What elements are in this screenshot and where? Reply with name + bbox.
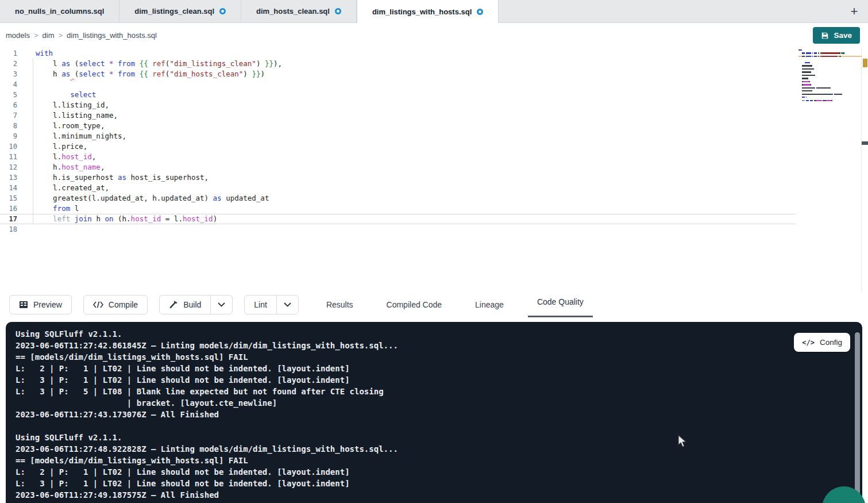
tab-dim_listings_with_hosts.sql[interactable]: dim_listings_with_hosts.sql [357, 0, 499, 23]
save-button[interactable]: Save [813, 27, 860, 44]
minimap-seg [798, 49, 802, 51]
code-line[interactable]: l.listing_id, [36, 100, 786, 110]
code-line[interactable]: with [36, 48, 786, 59]
lint-dropdown-caret[interactable] [276, 295, 298, 314]
minimap-seg [809, 81, 809, 82]
preview-button-main[interactable]: Preview [10, 295, 71, 314]
line-number: 1 [0, 48, 23, 59]
tab-dim_listings_clean.sql[interactable]: dim_listings_clean.sql [119, 0, 241, 22]
code-line[interactable] [36, 224, 786, 235]
line-number: 16 [0, 203, 23, 214]
panel-tab-code-quality[interactable]: Code Quality [534, 292, 587, 317]
overview-ruler[interactable] [862, 47, 868, 292]
terminal-line: L: 2 | P: 1 | LT02 | Line should not be … [16, 466, 398, 478]
minimap-line [798, 97, 862, 98]
code-editor[interactable]: 123456789101112131415161718 with l as (s… [0, 47, 868, 292]
minimap-seg [807, 56, 811, 57]
save-button-label: Save [834, 31, 852, 40]
compile-button-main[interactable]: Compile [84, 295, 147, 314]
minimap-line [798, 75, 862, 76]
config-button[interactable]: </> Config [794, 333, 850, 352]
code-line[interactable]: select [36, 90, 786, 100]
code-line[interactable]: l as (select * from {{ ref("dim_listings… [36, 59, 786, 69]
terminal-line [16, 420, 398, 432]
hammer-icon [169, 300, 178, 309]
terminal-line: 2023-06-06T11:27:43.173076Z — All Finish… [16, 409, 398, 420]
tab-label: no_nulls_in_columns.sql [15, 7, 104, 16]
breadcrumb-bar: models>dim>dim_listings_with_hosts.sql S… [0, 24, 868, 47]
minimap-seg [806, 97, 807, 98]
minimap-seg [803, 84, 811, 85]
code-line[interactable]: h as (select * from {{ ref("dim_hosts_cl… [36, 69, 786, 79]
table-icon [19, 300, 28, 309]
line-number: 15 [0, 193, 23, 203]
minimap-line [798, 71, 862, 72]
terminal-line: L: 3 | P: 1 | LT02 | Line should not be … [16, 374, 398, 386]
editor-tabbar: no_nulls_in_columns.sqldim_listings_clea… [0, 0, 868, 23]
terminal-line: 2023-06-06T11:27:48.922828Z — Linting mo… [16, 443, 398, 455]
terminal-line: L: 3 | P: 5 | LT08 | Blank line expected… [16, 386, 398, 397]
panel-tab-results[interactable]: Results [323, 292, 357, 317]
code-line[interactable]: l.minimum_nights, [36, 131, 786, 141]
build-button-label: Build [183, 300, 201, 309]
editor-body: 123456789101112131415161718 with l as (s… [0, 47, 862, 292]
unsaved-dot-icon[interactable] [219, 8, 226, 14]
code-line[interactable]: l.host_id, [36, 152, 786, 162]
breadcrumb-item[interactable]: models [6, 31, 30, 40]
line-number: 13 [0, 172, 23, 183]
panel-tab-lineage[interactable]: Lineage [472, 292, 507, 317]
unsaved-dot-icon[interactable] [477, 9, 483, 15]
code-line[interactable]: greatest(l.updated_at, h.updated_at) as … [36, 193, 786, 203]
code-line[interactable]: l.price, [36, 141, 786, 152]
minimap-line [798, 68, 862, 70]
build-dropdown-caret[interactable] [210, 295, 232, 314]
tab-dim_hosts_clean.sql[interactable]: dim_hosts_clean.sql [241, 0, 357, 22]
lint-button-main[interactable]: Lint [245, 295, 276, 314]
minimap-seg [802, 75, 816, 76]
line-number: 17 [0, 214, 23, 224]
code-line[interactable] [36, 79, 786, 90]
terminal-line: == [models/dim/dim_listings_with_hosts.s… [16, 351, 398, 363]
minimap[interactable] [798, 49, 862, 106]
code-icon: </> [802, 339, 815, 347]
line-number: 12 [0, 162, 23, 172]
chevron-down-icon [284, 302, 291, 307]
code-quality-terminal: Using SQLFluff v2.1.1.2023-06-06T11:27:4… [6, 322, 862, 503]
breadcrumb: models>dim>dim_listings_with_hosts.sql [6, 24, 157, 47]
terminal-scrollbar-thumb[interactable] [855, 332, 860, 499]
code-line[interactable]: l.room_type, [36, 121, 786, 131]
terminal-line: 2023-06-06T11:27:42.861845Z — Linting mo… [16, 340, 398, 351]
line-number: 2 [0, 59, 23, 69]
line-number: 3 [0, 69, 23, 79]
line-number: 6 [0, 100, 23, 110]
code-line[interactable]: h.host_name, [36, 162, 786, 172]
code-line[interactable]: from l [36, 203, 786, 214]
line-number: 11 [0, 152, 23, 162]
code-content[interactable]: with l as (select * from {{ ref("dim_lis… [36, 48, 786, 235]
panel-tab-compiled-code[interactable]: Compiled Code [383, 292, 446, 317]
panel-tabs: ResultsCompiled CodeLineageCode Quality [323, 292, 587, 317]
tab-no_nulls_in_columns.sql[interactable]: no_nulls_in_columns.sql [0, 0, 119, 22]
line-number: 7 [0, 110, 23, 121]
breadcrumb-item[interactable]: dim_listings_with_hosts.sql [67, 31, 157, 40]
minimap-seg [834, 94, 842, 95]
minimap-seg [802, 78, 808, 79]
code-line[interactable]: l.created_at, [36, 183, 786, 193]
code-line[interactable]: left join h on (h.host_id = l.host_id) [36, 214, 786, 224]
build-button-main[interactable]: Build [160, 295, 210, 314]
line-number: 8 [0, 121, 23, 131]
code-line[interactable]: l.listing_name, [36, 110, 786, 121]
terminal-output: Using SQLFluff v2.1.1.2023-06-06T11:27:4… [16, 328, 398, 501]
minimap-line [798, 56, 862, 57]
code-line[interactable]: h.is_superhost as host_is_superhost, [36, 172, 786, 183]
build-button: Build [159, 295, 233, 314]
breadcrumb-item[interactable]: dim [43, 31, 55, 40]
minimap-seg [840, 56, 841, 57]
new-tab-button[interactable]: + [844, 0, 865, 23]
minimap-gap [798, 62, 805, 63]
line-number-gutter: 123456789101112131415161718 [0, 48, 23, 235]
minimap-line [798, 94, 862, 95]
unsaved-dot-icon[interactable] [335, 8, 341, 14]
save-icon [821, 32, 829, 40]
minimap-seg [802, 65, 812, 66]
